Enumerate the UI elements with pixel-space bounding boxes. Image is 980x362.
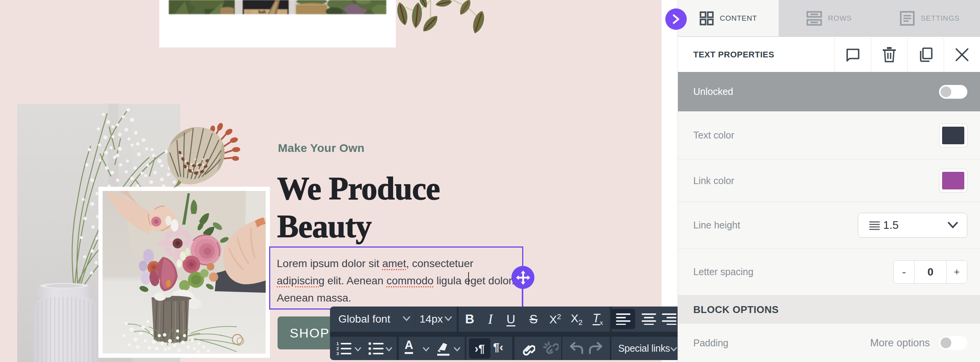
svg-text:2: 2 <box>336 346 339 351</box>
svg-text:1: 1 <box>336 342 339 346</box>
svg-text:hub: hub <box>258 9 266 14</box>
svg-text:3: 3 <box>336 351 339 355</box>
